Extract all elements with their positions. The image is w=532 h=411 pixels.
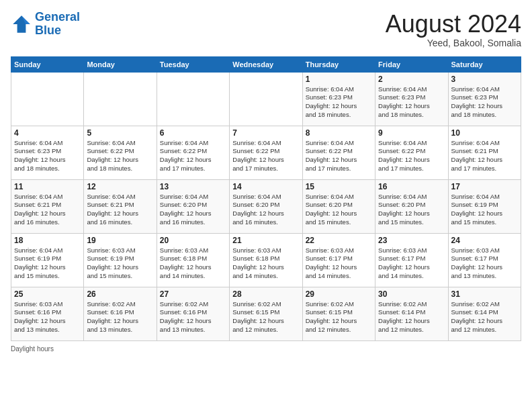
day-cell: 27Sunrise: 6:02 AM Sunset: 6:16 PM Dayli… (157, 287, 229, 340)
day-info: Sunrise: 6:03 AM Sunset: 6:17 PM Dayligh… (378, 246, 445, 281)
day-number: 25 (14, 289, 81, 299)
day-info: Sunrise: 6:04 AM Sunset: 6:22 PM Dayligh… (378, 139, 445, 173)
header-cell-wednesday: Wednesday (230, 56, 302, 72)
header-cell-saturday: Saturday (448, 56, 521, 72)
day-number: 15 (306, 182, 372, 191)
calendar-table: SundayMondayTuesdayWednesdayThursdayFrid… (11, 56, 521, 341)
day-info: Sunrise: 6:04 AM Sunset: 6:21 PM Dayligh… (14, 193, 81, 227)
day-number: 20 (160, 236, 226, 245)
day-number: 10 (451, 128, 518, 138)
day-info: Sunrise: 6:02 AM Sunset: 6:14 PM Dayligh… (378, 300, 445, 334)
day-number: 26 (87, 289, 153, 299)
week-row-5: 25Sunrise: 6:03 AM Sunset: 6:16 PM Dayli… (11, 287, 521, 340)
day-info: Sunrise: 6:04 AM Sunset: 6:20 PM Dayligh… (378, 193, 445, 227)
day-number: 3 (451, 75, 518, 84)
day-info: Sunrise: 6:02 AM Sunset: 6:14 PM Dayligh… (451, 300, 518, 334)
day-info: Sunrise: 6:04 AM Sunset: 6:20 PM Dayligh… (160, 193, 226, 227)
day-cell: 24Sunrise: 6:03 AM Sunset: 6:17 PM Dayli… (448, 233, 521, 287)
day-cell: 6Sunrise: 6:04 AM Sunset: 6:22 PM Daylig… (157, 126, 229, 179)
day-cell: 8Sunrise: 6:04 AM Sunset: 6:22 PM Daylig… (302, 126, 375, 179)
day-cell (230, 72, 302, 126)
day-number: 4 (14, 128, 81, 138)
day-number: 9 (378, 128, 445, 138)
day-cell: 2Sunrise: 6:04 AM Sunset: 6:23 PM Daylig… (375, 72, 448, 126)
day-info: Sunrise: 6:04 AM Sunset: 6:23 PM Dayligh… (306, 85, 372, 120)
day-info: Sunrise: 6:03 AM Sunset: 6:19 PM Dayligh… (87, 246, 153, 281)
page-header: General Blue August 2024 Yeed, Bakool, S… (11, 11, 521, 48)
week-row-3: 11Sunrise: 6:04 AM Sunset: 6:21 PM Dayli… (11, 179, 521, 233)
day-cell: 9Sunrise: 6:04 AM Sunset: 6:22 PM Daylig… (375, 126, 448, 179)
day-info: Sunrise: 6:04 AM Sunset: 6:19 PM Dayligh… (14, 246, 81, 281)
day-number: 2 (378, 75, 445, 84)
day-number: 21 (232, 236, 299, 245)
day-info: Sunrise: 6:03 AM Sunset: 6:18 PM Dayligh… (160, 246, 226, 281)
day-number: 1 (306, 75, 372, 84)
header-cell-friday: Friday (375, 56, 448, 72)
day-number: 7 (232, 128, 299, 138)
day-number: 5 (87, 128, 153, 138)
day-number: 23 (378, 236, 445, 245)
day-cell: 4Sunrise: 6:04 AM Sunset: 6:23 PM Daylig… (11, 126, 84, 179)
day-number: 22 (306, 236, 372, 245)
day-cell: 5Sunrise: 6:04 AM Sunset: 6:22 PM Daylig… (84, 126, 157, 179)
day-cell: 28Sunrise: 6:02 AM Sunset: 6:15 PM Dayli… (230, 287, 302, 340)
day-number: 12 (87, 182, 153, 191)
header-row: SundayMondayTuesdayWednesdayThursdayFrid… (11, 56, 521, 72)
day-cell: 22Sunrise: 6:03 AM Sunset: 6:17 PM Dayli… (302, 233, 375, 287)
day-cell: 15Sunrise: 6:04 AM Sunset: 6:20 PM Dayli… (302, 179, 375, 233)
day-info: Sunrise: 6:04 AM Sunset: 6:20 PM Dayligh… (232, 193, 299, 227)
day-cell: 10Sunrise: 6:04 AM Sunset: 6:21 PM Dayli… (448, 126, 521, 179)
day-number: 19 (87, 236, 153, 245)
day-cell: 12Sunrise: 6:04 AM Sunset: 6:21 PM Dayli… (84, 179, 157, 233)
day-number: 28 (232, 289, 299, 299)
logo-text: General Blue (35, 11, 80, 38)
day-number: 6 (160, 128, 226, 138)
day-number: 18 (14, 236, 81, 245)
day-number: 29 (306, 289, 372, 299)
day-cell (11, 72, 84, 126)
day-cell: 13Sunrise: 6:04 AM Sunset: 6:20 PM Dayli… (157, 179, 229, 233)
day-info: Sunrise: 6:04 AM Sunset: 6:23 PM Dayligh… (378, 85, 445, 120)
day-number: 17 (451, 182, 518, 191)
day-cell: 19Sunrise: 6:03 AM Sunset: 6:19 PM Dayli… (84, 233, 157, 287)
day-cell: 14Sunrise: 6:04 AM Sunset: 6:20 PM Dayli… (230, 179, 302, 233)
day-cell: 1Sunrise: 6:04 AM Sunset: 6:23 PM Daylig… (302, 72, 375, 126)
day-info: Sunrise: 6:04 AM Sunset: 6:23 PM Dayligh… (451, 85, 518, 120)
day-cell: 17Sunrise: 6:04 AM Sunset: 6:19 PM Dayli… (448, 179, 521, 233)
header-cell-monday: Monday (84, 56, 157, 72)
header-cell-thursday: Thursday (302, 56, 375, 72)
day-info: Sunrise: 6:04 AM Sunset: 6:21 PM Dayligh… (87, 193, 153, 227)
day-number: 31 (451, 289, 518, 299)
header-cell-tuesday: Tuesday (157, 56, 229, 72)
day-info: Sunrise: 6:04 AM Sunset: 6:20 PM Dayligh… (306, 193, 372, 227)
day-info: Sunrise: 6:04 AM Sunset: 6:22 PM Dayligh… (87, 139, 153, 173)
day-info: Sunrise: 6:03 AM Sunset: 6:16 PM Dayligh… (14, 300, 81, 334)
day-number: 16 (378, 182, 445, 191)
day-cell: 18Sunrise: 6:04 AM Sunset: 6:19 PM Dayli… (11, 233, 84, 287)
day-info: Sunrise: 6:02 AM Sunset: 6:16 PM Dayligh… (87, 300, 153, 334)
day-cell: 30Sunrise: 6:02 AM Sunset: 6:14 PM Dayli… (375, 287, 448, 340)
day-number: 8 (306, 128, 372, 138)
week-row-4: 18Sunrise: 6:04 AM Sunset: 6:19 PM Dayli… (11, 233, 521, 287)
day-info: Sunrise: 6:04 AM Sunset: 6:22 PM Dayligh… (232, 139, 299, 173)
week-row-1: 1Sunrise: 6:04 AM Sunset: 6:23 PM Daylig… (11, 72, 521, 126)
day-number: 13 (160, 182, 226, 191)
day-cell: 31Sunrise: 6:02 AM Sunset: 6:14 PM Dayli… (448, 287, 521, 340)
calendar-body: 1Sunrise: 6:04 AM Sunset: 6:23 PM Daylig… (11, 72, 521, 340)
day-info: Sunrise: 6:03 AM Sunset: 6:17 PM Dayligh… (306, 246, 372, 281)
day-info: Sunrise: 6:04 AM Sunset: 6:22 PM Dayligh… (160, 139, 226, 173)
day-cell: 3Sunrise: 6:04 AM Sunset: 6:23 PM Daylig… (448, 72, 521, 126)
day-number: 27 (160, 289, 226, 299)
day-cell: 16Sunrise: 6:04 AM Sunset: 6:20 PM Dayli… (375, 179, 448, 233)
day-cell: 25Sunrise: 6:03 AM Sunset: 6:16 PM Dayli… (11, 287, 84, 340)
day-info: Sunrise: 6:04 AM Sunset: 6:19 PM Dayligh… (451, 193, 518, 227)
day-number: 11 (14, 182, 81, 191)
day-info: Sunrise: 6:04 AM Sunset: 6:21 PM Dayligh… (451, 139, 518, 173)
page-container: General Blue August 2024 Yeed, Bakool, S… (0, 0, 532, 359)
day-cell: 21Sunrise: 6:03 AM Sunset: 6:18 PM Dayli… (230, 233, 302, 287)
day-cell: 29Sunrise: 6:02 AM Sunset: 6:15 PM Dayli… (302, 287, 375, 340)
day-info: Sunrise: 6:02 AM Sunset: 6:15 PM Dayligh… (306, 300, 372, 334)
day-info: Sunrise: 6:02 AM Sunset: 6:15 PM Dayligh… (232, 300, 299, 334)
day-cell: 23Sunrise: 6:03 AM Sunset: 6:17 PM Dayli… (375, 233, 448, 287)
day-info: Sunrise: 6:02 AM Sunset: 6:16 PM Dayligh… (160, 300, 226, 334)
